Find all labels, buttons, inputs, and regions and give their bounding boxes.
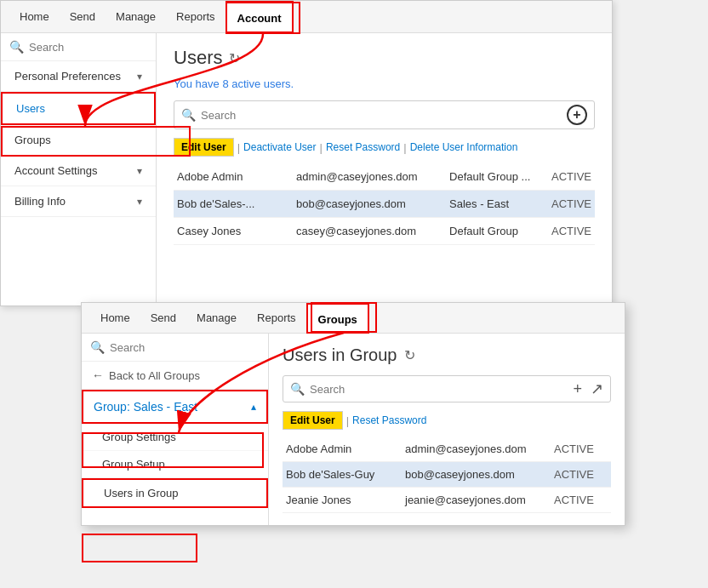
edit-user-button[interactable]: Edit User [174,138,234,157]
action-bar: Edit User | Deactivate User | Reset Pass… [174,138,595,157]
group-users-search-input[interactable] [310,383,564,396]
edit-user-button2[interactable]: Edit User [283,411,343,430]
user-email: admin@caseyjones.dom [405,442,545,455]
refresh-icon[interactable]: ↻ [229,50,240,66]
window2: Home Send Manage Reports Groups 🔍 ← Back… [81,302,625,526]
user-email: jeanie@caseyjones.dom [405,494,545,506]
window2-body: 🔍 ← Back to All Groups Group: Sales - Ea… [82,334,625,525]
group-users-search-bar: 🔍 + ↗ [283,375,611,402]
sidebar2-search-input[interactable] [110,341,260,354]
window2-sidebar: 🔍 ← Back to All Groups Group: Sales - Ea… [82,334,269,525]
table-row[interactable]: Bob de'Sales-... bob@caseyjones.dom Sale… [174,191,595,218]
w2-nav-home[interactable]: Home [90,303,140,334]
window1: Home Send Manage Reports Account 🔍 Perso… [0,0,613,306]
w2-nav-groups[interactable]: Groups [306,303,369,334]
nav-home[interactable]: Home [9,1,60,33]
window1-body: 🔍 Personal Preferences ▾ Users Groups Ac… [1,33,612,305]
sidebar-search-input[interactable] [29,41,147,54]
user-name: Jeanie Jones [286,494,397,506]
sidebar-item-users[interactable]: Users [1,92,156,125]
reset-password-link2[interactable]: Reset Password [352,414,426,426]
user-name: Bob de'Sales-... [177,197,288,210]
deactivate-user-link[interactable]: Deactivate User [243,141,316,153]
table-row[interactable]: Adobe Admin admin@caseyjones.dom ACTIVE [283,437,611,462]
user-email: bob@caseyjones.dom [405,468,545,481]
sidebar-item-group-settings[interactable]: Group Settings [82,424,268,451]
nav-manage[interactable]: Manage [106,1,166,33]
search-icon: 🔍 [181,108,196,122]
sidebar-item-label: Account Settings [14,164,98,177]
refresh-icon[interactable]: ↻ [404,347,415,363]
back-label: Back to All Groups [109,369,200,382]
window1-sidebar: 🔍 Personal Preferences ▾ Users Groups Ac… [1,33,157,305]
add-user-to-group-button[interactable]: + [573,380,582,398]
search-icon: 🔍 [90,340,105,354]
user-group: Sales - East [449,197,543,210]
w2-nav-send[interactable]: Send [140,303,186,334]
sidebar-search-container: 🔍 [1,33,156,61]
window2-nav: Home Send Manage Reports Groups [82,303,625,334]
nav-account[interactable]: Account [226,1,294,33]
sidebar-item-label: Personal Preferences [14,70,121,83]
window1-nav: Home Send Manage Reports Account [1,1,612,33]
table-row[interactable]: Jeanie Jones jeanie@caseyjones.dom ACTIV… [283,488,611,513]
user-group: Default Group ... [449,170,543,183]
sidebar-item-label: Groups [14,134,51,146]
chevron-down-icon: ▾ [137,196,142,208]
user-status: ACTIVE [554,442,594,455]
search-icon: 🔍 [9,40,24,54]
table-row[interactable]: Casey Jones casey@caseyjones.dom Default… [174,218,595,245]
sidebar-item-groups[interactable]: Groups [1,125,156,156]
user-name: Bob de'Sales-Guy [286,468,397,481]
user-status: ACTIVE [554,494,594,506]
sidebar-item-group-setup[interactable]: Group Setup [82,451,268,478]
chevron-down-icon: ▾ [137,71,142,83]
table-row[interactable]: Adobe Admin admin@caseyjones.dom Default… [174,163,595,191]
chevron-down-icon: ▾ [137,165,142,177]
users-search-bar: 🔍 + [174,100,595,129]
export-icon[interactable]: ↗ [591,380,603,398]
user-status: ACTIVE [551,170,591,183]
sidebar-item-billing-info[interactable]: Billing Info ▾ [1,186,156,217]
action-bar2: Edit User | Reset Password [283,411,611,430]
back-to-all-groups-link[interactable]: ← Back to All Groups [82,362,268,390]
reset-password-link[interactable]: Reset Password [326,141,400,153]
w2-nav-manage[interactable]: Manage [186,303,247,334]
users-in-group-title: Users in Group ↻ [283,345,611,365]
user-email: bob@caseyjones.dom [296,197,441,210]
user-status: ACTIVE [554,468,594,481]
sidebar-item-label: Billing Info [14,195,66,208]
user-name: Casey Jones [177,225,288,237]
group-label: Group: Sales - East [94,400,197,414]
user-email: admin@caseyjones.dom [296,170,441,183]
sidebar-item-personal-preferences[interactable]: Personal Preferences ▾ [1,61,156,92]
user-status: ACTIVE [551,225,591,237]
users-page-title: Users ↻ [174,47,595,69]
w2-nav-reports[interactable]: Reports [247,303,306,334]
user-name: Adobe Admin [177,170,288,183]
sidebar2-search-container: 🔍 [82,334,268,362]
arrow-left-icon: ← [92,368,104,382]
nav-send[interactable]: Send [60,1,106,33]
delete-user-link[interactable]: Delete User Information [410,141,518,153]
sidebar-item-users-in-group[interactable]: Users in Group [82,478,268,508]
active-users-count: You have 8 active users. [174,77,595,90]
group-header[interactable]: Group: Sales - East ▴ [82,390,268,424]
users-search-input[interactable] [201,109,562,122]
window2-main: Users in Group ↻ 🔍 + ↗ Edit User | Reset… [269,334,625,525]
search-icon: 🔍 [290,382,305,396]
add-user-button[interactable]: + [567,105,587,125]
user-group: Default Group [449,225,543,237]
chevron-up-icon: ▴ [251,401,256,413]
user-name: Adobe Admin [286,442,397,455]
window1-main: Users ↻ You have 8 active users. 🔍 + Edi… [157,33,612,305]
sidebar-item-account-settings[interactable]: Account Settings ▾ [1,156,156,186]
annotation-users-in-group [82,534,197,562]
user-status: ACTIVE [551,197,591,210]
user-email: casey@caseyjones.dom [296,225,441,237]
sidebar-item-label: Users [16,102,45,115]
nav-reports[interactable]: Reports [166,1,226,33]
table-row[interactable]: Bob de'Sales-Guy bob@caseyjones.dom ACTI… [283,462,611,488]
